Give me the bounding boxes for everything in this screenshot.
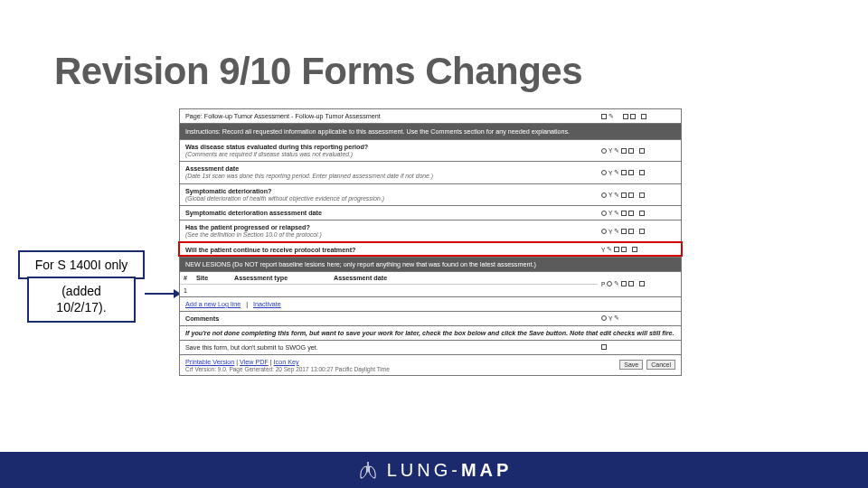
q3-row: Symptomatic deterioration? (Global deter… — [180, 184, 681, 206]
lesions-controls: P ✎ — [598, 272, 681, 296]
lung-icon — [356, 458, 380, 482]
radio-label: Y — [609, 147, 612, 154]
radio-icon[interactable] — [601, 148, 607, 154]
newlesions-header-row: NEW LESIONS (Do NOT report baseline lesi… — [180, 258, 681, 272]
checkbox-icon[interactable] — [623, 114, 628, 119]
q4-label: Symptomatic deterioration assessment dat… — [185, 209, 592, 217]
radio-label: Y — [609, 170, 612, 176]
q6-row: Will the patient continue to receive pro… — [180, 243, 681, 258]
checkbox-icon[interactable] — [601, 114, 607, 119]
pencil-icon[interactable]: ✎ — [614, 192, 619, 199]
radio-icon[interactable] — [601, 211, 607, 216]
checkbox-icon[interactable] — [621, 247, 627, 252]
checkbox-icon[interactable] — [639, 211, 645, 216]
td-num: 1 — [180, 285, 191, 296]
newlesions-header: NEW LESIONS (Do NOT report baseline lesi… — [180, 258, 681, 271]
checkbox-icon[interactable] — [628, 192, 634, 198]
instructions-row: Instructions: Record all requested infor… — [180, 124, 681, 140]
q5-label: Has the patient progressed or relapsed? — [185, 223, 592, 231]
checkbox-icon[interactable] — [639, 229, 645, 234]
printable-link[interactable]: Printable Version — [185, 358, 234, 366]
pencil-icon[interactable]: ✎ — [614, 314, 619, 322]
checkbox-icon[interactable] — [639, 170, 645, 175]
pencil-icon[interactable]: ✎ — [614, 228, 619, 235]
add-logline-row: Add a new Log line | Inactivate — [180, 297, 681, 312]
q1-label: Was disease status evaluated during this… — [185, 143, 592, 151]
pencil-icon[interactable]: ✎ — [614, 147, 619, 155]
checkbox-icon[interactable] — [621, 281, 627, 286]
radio-icon[interactable] — [607, 281, 612, 286]
checkbox-icon[interactable] — [601, 344, 607, 350]
q4-controls: Y ✎ — [598, 206, 681, 220]
iconkey-link[interactable]: Icon Key — [274, 358, 299, 366]
comments-label: Comments — [180, 312, 598, 325]
checkbox-icon[interactable] — [628, 170, 634, 175]
checkbox-icon[interactable] — [621, 229, 627, 234]
q6-controls: Y ✎ — [598, 243, 681, 257]
checkbox-icon[interactable] — [628, 229, 634, 234]
q1-controls: Y ✎ — [598, 140, 681, 161]
checkbox-icon[interactable] — [639, 192, 645, 198]
radio-icon[interactable] — [601, 229, 607, 234]
checkbox-icon[interactable] — [641, 114, 646, 119]
checkbox-icon[interactable] — [628, 211, 634, 216]
crf-meta: Crf Version: 9.0. Page Generated: 20 Sep… — [185, 366, 390, 372]
radio-icon[interactable] — [601, 315, 607, 321]
q1-sub: (Comments are required if disease status… — [185, 151, 592, 158]
q1-row: Was disease status evaluated during this… — [180, 140, 681, 162]
q5-sub: (See the definition in Section 10.0 of t… — [185, 231, 592, 239]
footer-bar: LUNG-MAP — [0, 452, 868, 488]
comments-controls: Y ✎ — [598, 312, 681, 325]
radio-label: Y — [609, 210, 612, 216]
checkbox-icon[interactable] — [628, 148, 634, 154]
q4-row: Symptomatic deterioration assessment dat… — [180, 206, 681, 221]
save-button[interactable]: Save — [619, 360, 643, 370]
pdf-link[interactable]: View PDF — [240, 358, 269, 366]
radio-label: Y — [609, 315, 612, 322]
pencil-icon[interactable]: ✎ — [614, 210, 619, 217]
q3-controls: Y ✎ — [598, 184, 681, 205]
checkbox-icon[interactable] — [621, 211, 627, 216]
checkbox-icon[interactable] — [621, 192, 627, 198]
brand-part2: MAP — [461, 460, 512, 480]
checkbox-icon[interactable] — [621, 148, 627, 154]
form-footer: Printable Version | View PDF | Icon Key … — [180, 355, 681, 375]
pencil-icon[interactable]: ✎ — [614, 169, 619, 176]
checkbox-icon[interactable] — [632, 247, 637, 252]
td-site[interactable] — [191, 285, 198, 296]
radio-label: Y — [601, 247, 605, 253]
cancel-button[interactable]: Cancel — [646, 360, 675, 370]
callout-line1: For S 1400I only — [18, 250, 145, 279]
page-header: Page: Follow-up Tumor Assessment - Follo… — [180, 109, 598, 123]
q5-row: Has the patient progressed or relapsed? … — [180, 221, 681, 242]
pencil-icon[interactable]: ✎ — [609, 113, 614, 120]
q6-label: Will the patient continue to receive pro… — [185, 246, 592, 254]
inactivate-link[interactable]: Inactivate — [253, 300, 281, 308]
pencil-icon[interactable]: ✎ — [607, 246, 612, 253]
q2-row: Assessment date (Date 1st scan was done … — [180, 162, 681, 183]
td-date[interactable] — [205, 285, 212, 296]
checkbox-icon[interactable] — [614, 247, 619, 252]
td-type[interactable] — [198, 285, 205, 296]
pencil-icon[interactable]: ✎ — [614, 280, 619, 287]
radio-icon[interactable] — [601, 170, 607, 175]
radio-label: Y — [609, 192, 612, 198]
q5-controls: Y ✎ — [598, 221, 681, 241]
checkbox-icon[interactable] — [639, 281, 645, 286]
radio-icon[interactable] — [601, 192, 607, 198]
q2-controls: Y ✎ — [598, 162, 681, 183]
checkbox-icon[interactable] — [621, 170, 627, 175]
connector-arrow — [145, 289, 179, 298]
checkbox-icon[interactable] — [630, 114, 636, 119]
checkbox-icon[interactable] — [628, 281, 634, 286]
checkbox-icon[interactable] — [639, 148, 645, 154]
footer-brand: LUNG-MAP — [387, 460, 513, 481]
page-header-controls: ✎ — [598, 109, 681, 123]
save-note: If you're not done completing this form,… — [180, 326, 681, 340]
crf-form: Page: Follow-up Tumor Assessment - Follo… — [179, 108, 682, 376]
q2-sub: (Date 1st scan was done this reporting p… — [185, 173, 592, 180]
th-type: Assessment type — [231, 272, 330, 284]
add-logline-link[interactable]: Add a new Log line — [185, 300, 241, 308]
th-num: # — [180, 272, 193, 284]
q3-sub: (Global deterioration of health without … — [185, 195, 592, 202]
